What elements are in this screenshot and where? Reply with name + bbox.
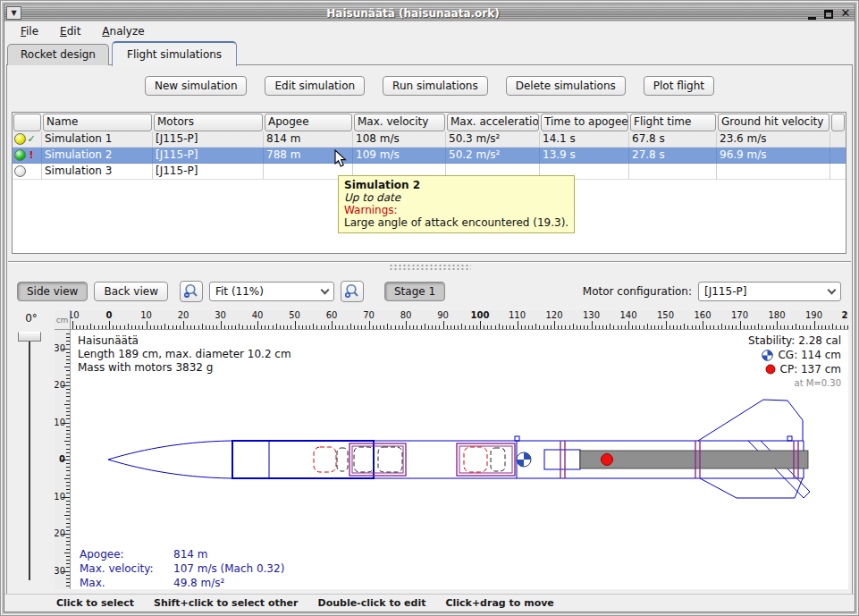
status-warning-icon: [14, 149, 26, 161]
cell-flight-time: [629, 164, 717, 180]
new-simulation-button[interactable]: New simulation: [145, 76, 248, 96]
column-header-apogee[interactable]: Apogee: [265, 114, 352, 131]
motor-configuration-select[interactable]: [J115-P]: [698, 282, 841, 301]
cell-apogee: 788 m: [264, 148, 353, 164]
cell-max-velocity: 109 m/s: [353, 148, 446, 164]
cell-ground-hit-velocity: 96.9 m/s: [717, 148, 830, 164]
column-header-flight-time[interactable]: Flight time: [630, 114, 716, 131]
cell-filler: [830, 131, 846, 148]
menu-file[interactable]: File: [12, 23, 47, 39]
simulation-tooltip: Simulation 2 Up to date Warnings: Large …: [338, 175, 575, 233]
zoom-in-button[interactable]: [341, 281, 364, 302]
flight-results: Apogee:814 mMax. velocity:107 m/s (Mach …: [80, 547, 284, 589]
menu-analyze[interactable]: Analyze: [93, 23, 153, 39]
side-view-button[interactable]: Side view: [17, 282, 88, 301]
cell-name: Simulation 3: [42, 164, 153, 180]
rocket-diagram: 0° cm -100102030405060708090100110120130…: [8, 310, 848, 589]
stage-1-toggle[interactable]: Stage 1: [384, 282, 445, 301]
cp-marker: [602, 454, 613, 466]
cell-filler: [830, 148, 846, 164]
status-cell: [13, 164, 42, 180]
cell-name: Simulation 2: [42, 148, 153, 164]
cell-flight-time: 27.8 s: [629, 148, 717, 164]
zoom-out-icon: [182, 283, 200, 300]
application-window: ▼ Haisunäätä (haisunaata.ork) ✕ FileEdit…: [0, 0, 859, 616]
splitter-handle[interactable]: [389, 264, 471, 270]
result-row: Max. acceleration:49.8 m/s²: [80, 576, 284, 589]
cell-filler: [830, 164, 846, 180]
column-header-motors[interactable]: Motors: [154, 114, 263, 131]
table-row[interactable]: !Simulation 2[J115-P]788 m109 m/s50.2 m/…: [13, 148, 846, 164]
hint-text: Click+drag to move: [445, 597, 553, 609]
status-uptodate-icon: [14, 133, 26, 145]
tab-rocket-design[interactable]: Rocket design: [7, 44, 109, 65]
maximize-button[interactable]: [821, 6, 836, 20]
column-header-status[interactable]: [13, 114, 41, 131]
tooltip-title: Simulation 2: [344, 179, 568, 191]
simulation-actions: New simulationEdit simulationRun simulat…: [7, 76, 852, 96]
check-icon: ✓: [27, 133, 36, 145]
minimize-button[interactable]: [804, 6, 819, 20]
window-menu-icon[interactable]: ▼: [6, 6, 21, 20]
menu-bar: FileEditAnalyze: [4, 21, 855, 40]
window-title: Haisunäätä (haisunaata.ork): [21, 7, 804, 20]
vertical-ruler: -30-20-100102030: [55, 330, 71, 589]
cell-max-velocity: 108 m/s: [353, 131, 446, 148]
cg-marker: [517, 452, 531, 467]
rotation-slider-track: [29, 339, 30, 580]
hint-bar: Click to selectShift+click to select oth…: [4, 594, 855, 612]
status-cell: ✓: [13, 131, 42, 148]
cell-max-acceleration: 50.3 m/s²: [446, 131, 540, 148]
back-view-button[interactable]: Back view: [94, 282, 168, 301]
chevron-down-icon: [321, 285, 330, 294]
column-header-max-velocity[interactable]: Max. velocity: [354, 114, 445, 131]
delete-simulations-button[interactable]: Delete simulations: [506, 76, 626, 96]
column-header-filler: [831, 114, 845, 131]
cell-motors: [J115-P]: [153, 148, 264, 164]
column-header-ground-hit-velocity[interactable]: Ground hit velocity: [718, 114, 830, 131]
plot-flight-button[interactable]: Plot flight: [644, 76, 714, 96]
cell-flight-time: 67.8 s: [629, 131, 717, 148]
menu-edit[interactable]: Edit: [51, 23, 89, 39]
cell-name: Simulation 1: [42, 131, 153, 148]
cell-apogee: 814 m: [264, 131, 353, 148]
maximize-icon: [824, 10, 833, 19]
minimize-icon: [808, 11, 816, 20]
motor-configuration-value: [J115-P]: [704, 285, 746, 298]
rotation-angle-label: 0°: [12, 312, 51, 328]
status-notrun-icon: [14, 165, 26, 177]
ruler-unit-label: cm: [55, 310, 71, 330]
tooltip-status: Up to date: [344, 191, 568, 204]
flight-simulations-panel: New simulationEdit simulationRun simulat…: [6, 64, 853, 611]
edit-simulation-button[interactable]: Edit simulation: [265, 76, 365, 96]
close-icon: ✕: [841, 6, 851, 20]
zoom-select[interactable]: Fit (11%): [209, 282, 334, 301]
zoom-out-button[interactable]: [180, 281, 203, 302]
tooltip-warnings-label: Warnings:: [344, 204, 568, 216]
chevron-down-icon: [828, 285, 837, 294]
cell-max-acceleration: 50.2 m/s²: [446, 148, 540, 164]
column-header-time-to-apogee[interactable]: Time to apogee: [541, 114, 628, 131]
result-row: Max. velocity:107 m/s (Mach 0.32): [80, 561, 284, 576]
motor-configuration-label: Motor configuration:: [583, 285, 692, 298]
tab-bar: Rocket designFlight simulations: [7, 41, 240, 65]
run-simulations-button[interactable]: Run simulations: [383, 76, 488, 96]
cell-time-to-apogee: 13.9 s: [540, 148, 629, 164]
status-cell: !: [13, 148, 42, 164]
cell-motors: [J115-P]: [153, 131, 264, 148]
rocket-canvas[interactable]: HaisunäätäLength 189 cm, max. diameter 1…: [71, 330, 848, 589]
cell-time-to-apogee: 14.1 s: [540, 131, 629, 148]
horizontal-ruler: -100102030405060708090100110120130140150…: [71, 310, 848, 330]
tooltip-warning-text: Large angle of attack encountered (19.3)…: [344, 216, 568, 229]
tab-flight-simulations[interactable]: Flight simulations: [112, 41, 237, 66]
title-bar[interactable]: ▼ Haisunäätä (haisunaata.ork) ✕: [4, 4, 855, 21]
close-button[interactable]: ✕: [838, 6, 853, 20]
rotation-slider[interactable]: [18, 332, 41, 342]
zoom-in-icon: [343, 283, 361, 300]
hint-text: Click to select: [56, 597, 134, 609]
splitter-line: [8, 261, 851, 263]
column-header-max-acceleration[interactable]: Max. acceleration: [447, 114, 539, 131]
table-row[interactable]: ✓Simulation 1[J115-P]814 m108 m/s50.3 m/…: [13, 131, 846, 148]
hint-text: Shift+click to select other: [154, 597, 299, 609]
column-header-name[interactable]: Name: [43, 114, 152, 131]
